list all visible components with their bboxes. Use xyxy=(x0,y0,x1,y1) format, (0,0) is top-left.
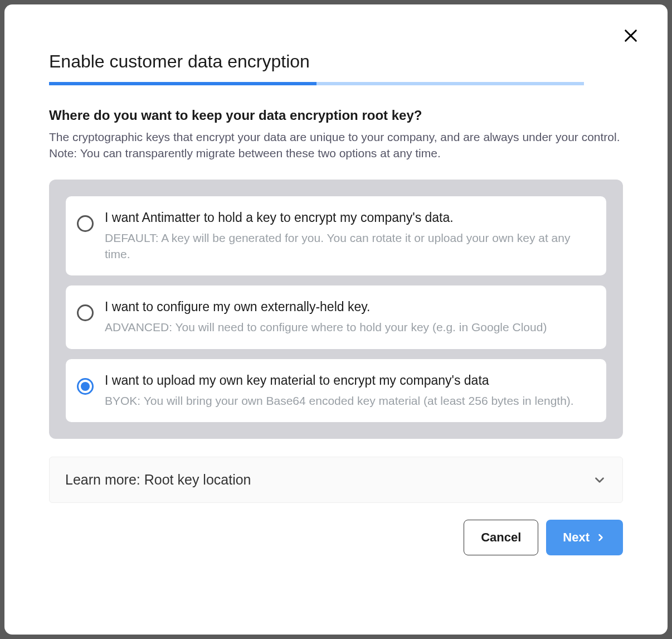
progress-fill xyxy=(49,82,316,85)
cancel-button-label: Cancel xyxy=(481,530,521,545)
radio-icon xyxy=(77,215,94,232)
option-external-key[interactable]: I want to configure my own externally-he… xyxy=(66,285,606,348)
chevron-down-icon xyxy=(592,473,607,487)
option-text: I want to configure my own externally-he… xyxy=(105,299,590,335)
option-byok[interactable]: I want to upload my own key material to … xyxy=(66,359,606,422)
next-button-label: Next xyxy=(563,530,590,545)
learn-more-accordion[interactable]: Learn more: Root key location xyxy=(49,457,623,503)
question-subtext: The cryptographic keys that encrypt your… xyxy=(38,129,634,162)
dialog-footer: Cancel Next xyxy=(38,520,634,555)
cancel-button[interactable]: Cancel xyxy=(464,520,538,555)
radio-icon-selected xyxy=(77,378,94,395)
option-title: I want Antimatter to hold a key to encry… xyxy=(105,210,590,226)
option-description: ADVANCED: You will need to configure whe… xyxy=(105,319,590,335)
radio-inner-dot xyxy=(81,382,90,391)
options-container: I want Antimatter to hold a key to encry… xyxy=(49,180,623,439)
option-description: DEFAULT: A key will be generated for you… xyxy=(105,230,590,263)
learn-more-label: Learn more: Root key location xyxy=(65,472,251,488)
option-description: BYOK: You will bring your own Base64 enc… xyxy=(105,393,590,409)
progress-bar xyxy=(49,82,584,85)
question-heading: Where do you want to keep your data encr… xyxy=(38,108,634,123)
next-button[interactable]: Next xyxy=(546,520,623,555)
option-title: I want to upload my own key material to … xyxy=(105,372,590,389)
option-antimatter-key[interactable]: I want Antimatter to hold a key to encry… xyxy=(66,196,606,276)
option-text: I want Antimatter to hold a key to encry… xyxy=(105,210,590,263)
close-icon xyxy=(623,28,639,43)
option-text: I want to upload my own key material to … xyxy=(105,372,590,409)
close-button[interactable] xyxy=(621,26,641,46)
option-title: I want to configure my own externally-he… xyxy=(105,299,590,316)
radio-icon xyxy=(77,304,94,321)
dialog-title: Enable customer data encryption xyxy=(38,51,634,72)
progress-remaining xyxy=(316,82,584,85)
encryption-dialog: Enable customer data encryption Where do… xyxy=(4,4,668,635)
chevron-right-icon xyxy=(595,532,606,543)
